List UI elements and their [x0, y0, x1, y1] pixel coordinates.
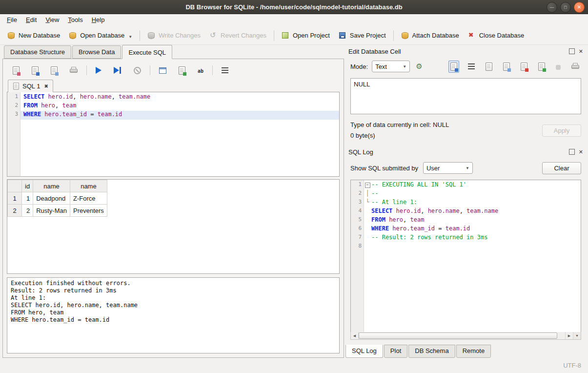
clear-log-button[interactable]: Clear: [542, 162, 581, 174]
app-window: DB Browser for SQLite - /home/user/code/…: [0, 0, 588, 373]
mode-row: Mode: Text ▼: [345, 59, 586, 74]
titlebar[interactable]: DB Browser for SQLite - /home/user/code/…: [0, 0, 588, 14]
gear-icon: [416, 62, 422, 70]
column-header[interactable]: name: [70, 180, 107, 192]
token: hero.id: [48, 93, 73, 100]
cell[interactable]: 2: [22, 205, 33, 217]
print-sql-button[interactable]: [68, 65, 80, 76]
token: team.name: [119, 93, 150, 100]
menu-edit[interactable]: Edit: [21, 14, 41, 26]
sql-tab-bar: SQL 1 ✖: [7, 80, 340, 92]
find-replace-button[interactable]: [196, 65, 205, 76]
save-sql-as-button[interactable]: [49, 64, 60, 77]
sql-log-view[interactable]: 12345678−-- EXECUTING ALL IN 'SQL 1'│--└…: [350, 180, 581, 333]
open-database-button[interactable]: Open Database▼: [64, 29, 137, 42]
cell-editor[interactable]: NULL: [350, 78, 581, 114]
close-icon[interactable]: ✕: [579, 149, 583, 154]
cell[interactable]: 1: [22, 192, 33, 205]
open-sql-file-icon: [13, 66, 20, 75]
fold-column: [364, 234, 371, 243]
results-grid: idnamename11DeadpondZ-Force22Rusty-ManPr…: [7, 179, 340, 274]
row-number[interactable]: 2: [8, 205, 22, 217]
chevron-down-icon: ▼: [403, 64, 406, 69]
tab-database-structure[interactable]: Database Structure: [4, 45, 71, 59]
code-text: [371, 243, 371, 251]
tab-execute-sql[interactable]: Execute SQL: [122, 45, 172, 59]
close-button[interactable]: ✕: [574, 2, 585, 13]
log-filter-value: User: [426, 165, 440, 172]
menu-file[interactable]: File: [2, 14, 21, 26]
panel-tab-sql-log[interactable]: SQL Log: [345, 345, 383, 358]
scrollbar-thumb[interactable]: [359, 332, 557, 339]
execute-current-line-button[interactable]: [112, 65, 123, 76]
line-number: 4: [351, 207, 364, 216]
dropdown-caret-icon[interactable]: ▼: [128, 35, 132, 40]
column-header[interactable]: name: [33, 180, 70, 192]
code-line: WHERE hero.team_id = team.id: [364, 225, 581, 234]
new-database-button[interactable]: New Database: [3, 29, 64, 42]
format-sql-button[interactable]: [220, 65, 230, 75]
word-wrap-button[interactable]: [466, 62, 477, 71]
column-header[interactable]: id: [22, 180, 33, 192]
import-cell-data-button[interactable]: [519, 61, 529, 73]
main-toolbar: New DatabaseOpen Database▼Write ChangesR…: [0, 26, 588, 45]
scroll-left-icon[interactable]: ◀: [351, 332, 359, 339]
sql-log-title: SQL Log: [348, 148, 373, 156]
mode-select[interactable]: Text ▼: [372, 61, 410, 72]
menu-help[interactable]: Help: [87, 14, 109, 26]
minimize-button[interactable]: —: [547, 2, 557, 13]
cell[interactable]: Deadpond: [33, 192, 70, 205]
token: -- EXECUTING ALL IN 'SQL 1': [371, 181, 466, 188]
open-project-button[interactable]: Open Project: [277, 28, 334, 42]
code-line: │--: [364, 190, 581, 199]
panel-tab-remote[interactable]: Remote: [456, 345, 491, 358]
row-number[interactable]: 1: [8, 192, 22, 205]
export-cell-data-button[interactable]: [536, 61, 547, 73]
log-filter-select[interactable]: User ▼: [423, 162, 473, 174]
execution-output: Execution finished without errors.Result…: [7, 277, 340, 353]
cell[interactable]: Preventers: [70, 205, 107, 217]
fold-collapse-icon[interactable]: −: [365, 183, 370, 188]
scroll-down-icon[interactable]: ▼: [573, 332, 581, 339]
print-cell-button[interactable]: [569, 61, 581, 72]
menu-tools[interactable]: Tools: [63, 14, 87, 26]
execute-current-line-icon: [114, 67, 122, 74]
export-results-button[interactable]: [177, 64, 187, 77]
line-number: 3: [351, 199, 364, 207]
execute-all-button[interactable]: [94, 65, 103, 76]
maximize-icon: □: [564, 5, 567, 10]
float-icon[interactable]: [569, 48, 575, 54]
header-row: idnamename: [8, 180, 107, 192]
save-cell-as-button[interactable]: [501, 61, 512, 73]
code-line: FROM hero, team: [20, 102, 339, 111]
sql-editor[interactable]: 123SELECT hero.id, hero.name, team.nameF…: [7, 92, 340, 177]
save-sql-file-button[interactable]: [30, 64, 41, 77]
cell[interactable]: Rusty-Man: [33, 205, 70, 217]
cell-value: NULL: [354, 81, 370, 88]
mode-settings-button[interactable]: [414, 61, 424, 72]
cell[interactable]: Z-Force: [70, 192, 107, 205]
text-mode-button[interactable]: [448, 61, 459, 73]
close-icon[interactable]: ✕: [579, 49, 583, 54]
set-null-button: [554, 62, 563, 72]
panel-tab-bar: SQL LogPlotDB SchemaRemote: [345, 345, 586, 358]
menu-view[interactable]: View: [41, 14, 63, 26]
save-project-icon: [339, 32, 346, 40]
open-sql-file-button[interactable]: [11, 64, 21, 77]
open-query-tab-icon: [159, 67, 166, 74]
code-text: SELECT hero.id, hero.name, team.name: [20, 93, 150, 102]
panel-tab-db-schema[interactable]: DB Schema: [408, 345, 455, 358]
save-project-button[interactable]: Save Project: [334, 29, 390, 42]
horizontal-scrollbar[interactable]: ◀ ▶ ▼: [350, 332, 581, 340]
tab-browse-data[interactable]: Browse Data: [72, 45, 121, 59]
float-icon[interactable]: [569, 149, 575, 155]
attach-database-button[interactable]: Attach Database: [397, 29, 464, 42]
maximize-button[interactable]: □: [560, 2, 571, 13]
panel-tab-plot[interactable]: Plot: [384, 345, 407, 358]
close-database-button[interactable]: Close Database: [464, 29, 529, 42]
open-cell-file-button[interactable]: [484, 61, 494, 73]
close-tab-icon[interactable]: ✖: [44, 83, 48, 89]
open-query-tab-button[interactable]: [157, 65, 168, 76]
sql-1-tab[interactable]: SQL 1 ✖: [8, 80, 53, 92]
scroll-right-icon[interactable]: ▶: [565, 332, 573, 339]
